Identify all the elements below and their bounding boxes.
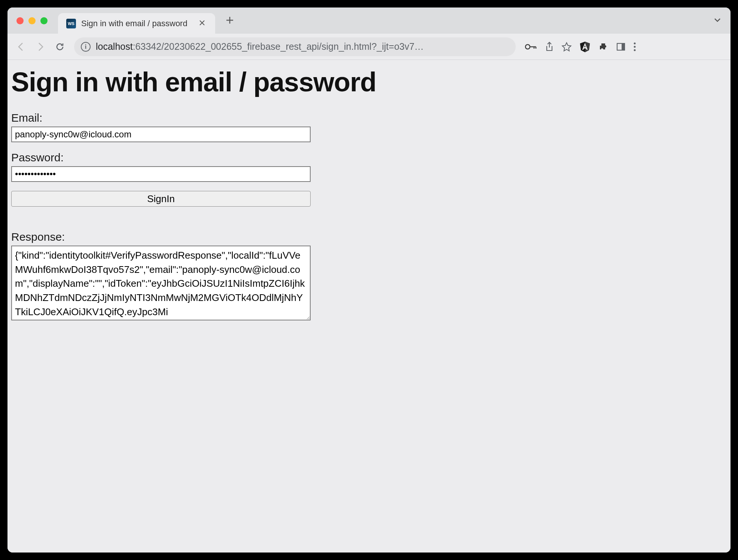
response-label: Response:	[11, 231, 727, 243]
svg-point-0	[525, 45, 530, 49]
password-row: Password:	[11, 151, 727, 182]
window-controls	[16, 17, 48, 24]
back-button[interactable]	[13, 39, 29, 55]
window-minimize-button[interactable]	[28, 17, 36, 24]
browser-toolbar: i localhost:63342/20230622_002655_fireba…	[7, 34, 731, 60]
page-heading: Sign in with email / password	[11, 67, 727, 97]
response-row: Response:	[11, 231, 727, 322]
window-close-button[interactable]	[16, 17, 24, 24]
spacer	[11, 216, 311, 231]
angular-extension-icon[interactable]	[579, 41, 591, 52]
email-input[interactable]	[11, 127, 311, 142]
close-icon	[199, 19, 205, 26]
share-icon	[545, 42, 554, 52]
browser-window: WS Sign in with email / password i local…	[7, 7, 731, 553]
tab-title: Sign in with email / password	[81, 19, 192, 28]
url-host: localhost	[96, 41, 133, 52]
tab-bar: WS Sign in with email / password	[7, 7, 731, 34]
email-label: Email:	[11, 112, 727, 124]
submit-row: SignIn	[11, 191, 727, 207]
bookmark-button[interactable]	[561, 42, 572, 52]
site-info-icon[interactable]: i	[81, 42, 91, 52]
star-icon	[561, 42, 572, 52]
url-text: localhost:63342/20230622_002655_firebase…	[96, 41, 509, 52]
extensions-button[interactable]	[598, 42, 609, 52]
email-row: Email:	[11, 112, 727, 142]
arrow-right-icon	[35, 42, 46, 52]
password-key-icon[interactable]	[525, 43, 537, 51]
arrow-left-icon	[16, 42, 26, 52]
plus-icon	[226, 16, 234, 24]
password-label: Password:	[11, 151, 727, 164]
tab-favicon-icon: WS	[66, 19, 76, 28]
reload-button[interactable]	[52, 39, 68, 55]
kebab-menu-icon	[633, 42, 636, 52]
tab-close-button[interactable]	[197, 19, 207, 28]
svg-point-6	[634, 46, 636, 48]
page-content: Sign in with email / password Email: Pas…	[7, 60, 731, 553]
response-textarea[interactable]	[11, 246, 311, 320]
panel-icon	[616, 42, 626, 52]
signin-button[interactable]: SignIn	[11, 191, 311, 207]
url-path: :63342/20230622_002655_firebase_rest_api…	[133, 41, 424, 52]
reload-icon	[55, 42, 65, 52]
browser-tab[interactable]: WS Sign in with email / password	[58, 13, 215, 34]
chevron-down-icon	[713, 16, 722, 24]
browser-menu-button[interactable]	[633, 42, 636, 52]
svg-point-5	[634, 42, 636, 44]
toolbar-actions	[525, 41, 636, 52]
forward-button[interactable]	[32, 39, 49, 55]
address-bar[interactable]: i localhost:63342/20230622_002655_fireba…	[74, 37, 516, 56]
puzzle-icon	[598, 42, 609, 52]
window-maximize-button[interactable]	[40, 17, 48, 24]
svg-rect-4	[622, 43, 625, 50]
svg-point-7	[634, 49, 636, 51]
new-tab-button[interactable]	[223, 14, 237, 27]
tabs-dropdown-button[interactable]	[710, 16, 725, 25]
password-input[interactable]	[11, 166, 311, 182]
share-button[interactable]	[545, 42, 554, 52]
side-panel-button[interactable]	[616, 42, 626, 52]
